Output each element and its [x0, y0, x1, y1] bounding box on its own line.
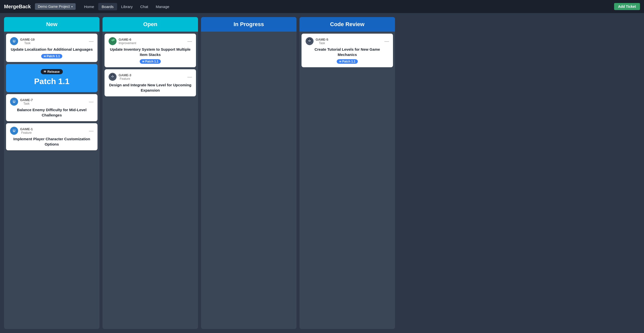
- card-card-game1[interactable]: U GAME-1 Feature — Implement Player Char…: [6, 123, 97, 150]
- card-menu-icon[interactable]: —: [89, 128, 93, 134]
- column-open: Open GAME-6 Improvement — Update Invento…: [103, 17, 198, 329]
- chevron-down-icon: ▾: [71, 5, 73, 8]
- card-menu-icon[interactable]: —: [187, 39, 192, 44]
- card-title: Implement Player Character Customization…: [10, 136, 93, 147]
- card-header-row: U GAME-1 Feature —: [10, 127, 93, 135]
- card-menu-icon[interactable]: —: [384, 39, 389, 44]
- card-card-game3[interactable]: GAME-3 Feature — Design and Integrate Ne…: [105, 69, 196, 96]
- card-header-row: GAME-6 Improvement —: [109, 37, 192, 45]
- card-id-area: U GAME-1 Feature: [10, 127, 33, 135]
- card-title: Create Tutorial Levels for New Game Mech…: [306, 47, 389, 57]
- card-card-game5[interactable]: GAME-5 Task — Create Tutorial Levels for…: [302, 34, 393, 67]
- project-dropdown[interactable]: Demo Game Project ▾: [35, 3, 76, 10]
- brand-logo: MergeBack: [4, 4, 31, 10]
- card-menu-icon[interactable]: —: [89, 39, 93, 44]
- card-card-game19[interactable]: U GAME-19 Task — Update Localization for…: [6, 34, 97, 62]
- svg-point-5: [112, 40, 112, 40]
- tag-icon: ✉: [44, 55, 46, 58]
- card-title: Update Inventory System to Support Multi…: [109, 47, 192, 57]
- svg-point-19: [309, 40, 309, 40]
- card-header-row: GAME-3 Feature —: [109, 73, 192, 81]
- card-type: Feature: [119, 77, 131, 81]
- nav-home[interactable]: Home: [81, 3, 98, 10]
- card-menu-icon[interactable]: —: [89, 99, 93, 104]
- card-id: GAME-5: [316, 38, 328, 41]
- nav-chat[interactable]: Chat: [137, 3, 152, 10]
- card-id-area: U GAME-19 Task: [10, 37, 35, 45]
- card-meta: GAME-6 Improvement: [119, 38, 136, 45]
- nav-library[interactable]: Library: [118, 3, 136, 10]
- release-badge: ✉ Release: [41, 69, 63, 74]
- svg-point-23: [310, 39, 311, 40]
- card-menu-icon[interactable]: —: [187, 74, 192, 80]
- svg-point-21: [310, 40, 311, 40]
- column-body-open: GAME-6 Improvement — Update Inventory Sy…: [103, 32, 198, 329]
- card-tag[interactable]: ✉Patch 1.1: [337, 59, 358, 64]
- tag-label: Patch 1.1: [145, 60, 159, 63]
- card-meta: GAME-7 Task: [20, 98, 33, 105]
- svg-point-22: [308, 39, 309, 40]
- avatar: [109, 73, 117, 81]
- column-header-codereview: Code Review: [300, 17, 395, 32]
- card-type: Improvement: [119, 41, 136, 45]
- card-meta: GAME-1 Feature: [20, 127, 33, 135]
- column-header-inprogress: In Progress: [201, 17, 296, 32]
- card-id-area: GAME-6 Improvement: [109, 37, 136, 45]
- tag-icon: ✉: [142, 60, 144, 63]
- nav-links: Home Boards Library Chat Manage: [81, 3, 173, 10]
- card-id-area: GAME-5 Task: [306, 37, 328, 45]
- release-patch-card[interactable]: ✉ Release Patch 1.1: [6, 64, 97, 92]
- card-id-area: GAME-3 Feature: [109, 73, 131, 81]
- card-card-game6[interactable]: GAME-6 Improvement — Update Inventory Sy…: [105, 34, 196, 67]
- board: New U GAME-19 Task — Update Localization…: [0, 13, 644, 333]
- project-name: Demo Game Project: [38, 5, 70, 9]
- card-meta: GAME-5 Task: [316, 38, 328, 45]
- column-body-codereview: GAME-5 Task — Create Tutorial Levels for…: [300, 32, 395, 329]
- avatar: U: [10, 37, 18, 45]
- card-id: GAME-6: [119, 38, 136, 41]
- release-title: Patch 1.1: [10, 77, 93, 86]
- release-icon: ✉: [44, 70, 46, 73]
- svg-point-3: [113, 39, 115, 41]
- navbar: MergeBack Demo Game Project ▾ Home Board…: [0, 0, 644, 13]
- svg-point-14: [113, 74, 114, 76]
- card-meta: GAME-3 Feature: [119, 73, 131, 81]
- column-codereview: Code Review GAME-5 Task — Cre: [300, 17, 395, 329]
- add-ticket-button[interactable]: Add Ticket: [614, 3, 640, 10]
- nav-manage[interactable]: Manage: [152, 3, 173, 10]
- card-type: Task: [316, 41, 328, 45]
- column-body-inprogress: [201, 32, 296, 329]
- card-tag[interactable]: ✉Patch 1.1: [41, 54, 63, 58]
- svg-point-12: [113, 76, 114, 76]
- card-card-game7[interactable]: U GAME-7 Task — Balance Enemy Difficulty…: [6, 94, 97, 121]
- nav-boards[interactable]: Boards: [98, 3, 117, 10]
- card-title: Design and Integrate New Level for Upcom…: [109, 82, 192, 93]
- card-header-row: U GAME-19 Task —: [10, 37, 93, 45]
- avatar: [306, 37, 314, 45]
- column-header-new: New: [4, 17, 100, 32]
- card-tag[interactable]: ✉Patch 1.1: [140, 59, 161, 64]
- tag-icon: ✉: [339, 60, 341, 63]
- column-header-open: Open: [103, 17, 198, 32]
- column-new: New U GAME-19 Task — Update Localization…: [4, 17, 100, 329]
- svg-point-10: [112, 76, 112, 76]
- card-id: GAME-19: [20, 38, 35, 41]
- avatar: U: [10, 98, 18, 106]
- avatar: U: [10, 127, 18, 135]
- tag-label: Patch 1.1: [47, 54, 60, 58]
- svg-point-13: [111, 74, 112, 76]
- card-header-row: U GAME-7 Task —: [10, 98, 93, 106]
- card-id: GAME-1: [20, 127, 33, 131]
- card-id: GAME-7: [20, 98, 33, 102]
- card-header-row: GAME-5 Task —: [306, 37, 389, 45]
- card-type: Task: [20, 102, 33, 105]
- card-id-area: U GAME-7 Task: [10, 98, 33, 106]
- card-meta: GAME-19 Task: [20, 38, 35, 45]
- avatar: [109, 37, 117, 45]
- card-id: GAME-3: [119, 73, 131, 77]
- column-body-new: U GAME-19 Task — Update Localization for…: [4, 32, 100, 329]
- release-badge-label: Release: [47, 70, 60, 74]
- card-type: Task: [20, 41, 35, 45]
- column-inprogress: In Progress: [201, 17, 296, 329]
- card-title: Balance Enemy Difficulty for Mid-Level C…: [10, 107, 93, 118]
